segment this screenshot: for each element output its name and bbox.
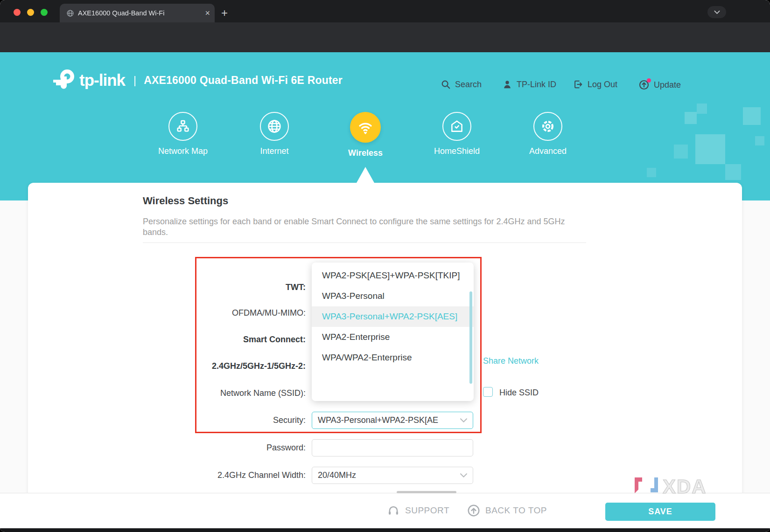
chevron-down-icon	[460, 473, 467, 477]
nav-internet-label: Internet	[239, 146, 309, 156]
nav-network-map[interactable]: Network Map	[148, 112, 218, 156]
deco-square	[674, 145, 688, 159]
label-security: Security:	[273, 415, 306, 425]
browser-tab[interactable]: AXE16000 Quad-Band Wi-Fi ×	[60, 4, 215, 22]
back-to-top-label: BACK TO TOP	[485, 505, 547, 516]
dropdown-option[interactable]: WPA3-Personal	[312, 286, 474, 306]
xda-logo-brackets-icon	[633, 476, 660, 496]
dropdown-option[interactable]: WPA2-Enterprise	[312, 327, 474, 347]
header-logout[interactable]: Log Out	[573, 79, 617, 90]
gear-icon	[540, 118, 556, 134]
page-title: Wireless Settings	[143, 195, 228, 207]
tab-search-button[interactable]	[707, 6, 726, 18]
chevron-down-icon	[714, 10, 720, 14]
label-twt: TWT:	[286, 283, 306, 292]
section-divider	[143, 242, 586, 243]
channel-width-select[interactable]: 20/40MHz	[312, 467, 473, 484]
back-to-top-icon	[467, 504, 481, 518]
label-ofdma: OFDMA/MU-MIMO:	[232, 308, 306, 318]
deco-square	[725, 164, 741, 180]
header-tplink-id[interactable]: TP-Link ID	[502, 79, 556, 90]
share-network-link[interactable]: Share Network	[483, 356, 539, 366]
deco-square	[695, 134, 725, 164]
tab-strip: AXE16000 Quad-Band Wi-Fi × +	[0, 0, 770, 22]
maximize-window-button[interactable]	[41, 9, 48, 16]
horizontal-scrollbar-thumb[interactable]	[397, 491, 456, 493]
nav-advanced-label: Advanced	[513, 146, 583, 156]
deco-square	[647, 168, 656, 177]
header-search-label: Search	[455, 80, 482, 90]
header-logout-label: Log Out	[588, 80, 617, 90]
header-tplink-id-label: TP-Link ID	[517, 80, 556, 90]
router-header: tp-link | AXE16000 Quad-Band Wi-Fi 6E Ro…	[0, 52, 770, 200]
brand-wordmark: tp-link	[79, 71, 125, 90]
dropdown-option[interactable]: WPA/WPA2-Enterprise	[312, 347, 474, 368]
xda-watermark: XDA	[633, 476, 707, 496]
page-description: Personalize settings for each band or en…	[143, 216, 584, 238]
browser-window: AXE16000 Quad-Band Wi-Fi × + Not Secure	[0, 0, 770, 532]
password-input[interactable]	[312, 439, 473, 456]
update-badge	[647, 78, 651, 83]
channel-width-value: 20/40MHz	[318, 470, 460, 480]
minimize-window-button[interactable]	[27, 9, 34, 16]
chevron-down-icon	[460, 418, 467, 422]
back-to-top-button[interactable]: BACK TO TOP	[467, 502, 547, 519]
xda-watermark-text: XDA	[663, 477, 707, 496]
header-update-label: Update	[654, 80, 681, 90]
headset-icon	[386, 504, 400, 518]
wifi-icon	[357, 118, 374, 136]
nav-wireless-label: Wireless	[330, 148, 400, 158]
new-tab-button[interactable]: +	[221, 7, 228, 20]
deco-square	[755, 136, 764, 145]
dropdown-scrollbar[interactable]	[469, 291, 472, 384]
footer-bar: SUPPORT BACK TO TOP SAVE	[0, 493, 770, 528]
update-icon	[638, 79, 650, 90]
nav-homeshield-label: HomeShield	[422, 146, 492, 156]
hide-ssid-label: Hide SSID	[499, 388, 539, 398]
router-model-title: AXE16000 Quad-Band Wi-Fi 6E Router	[144, 74, 343, 87]
dropdown-option[interactable]: WPA2-PSK[AES]+WPA-PSK[TKIP]	[312, 265, 474, 286]
logout-icon	[573, 79, 583, 90]
security-select-value: WPA3-Personal+WPA2-PSK[AE	[318, 415, 460, 425]
deco-square	[743, 107, 761, 125]
deco-square	[697, 104, 707, 114]
search-icon	[441, 79, 451, 90]
wireless-active-circle	[350, 112, 381, 143]
label-bands: 2.4GHz/5GHz-1/5GHz-2:	[212, 361, 306, 371]
label-ssid: Network Name (SSID):	[220, 388, 306, 398]
globe-favicon-icon	[66, 9, 74, 17]
card-pointer-arrow	[357, 167, 374, 183]
save-button[interactable]: SAVE	[605, 503, 715, 521]
header-search[interactable]: Search	[441, 79, 482, 90]
security-dropdown-list: WPA2-PSK[AES]+WPA-PSK[TKIP] WPA3-Persona…	[312, 263, 474, 401]
nav-advanced[interactable]: Advanced	[513, 112, 583, 156]
internet-globe-icon	[266, 118, 283, 135]
tab-title: AXE16000 Quad-Band Wi-Fi	[78, 9, 201, 17]
security-select[interactable]: WPA3-Personal+WPA2-PSK[AE	[312, 412, 473, 429]
hide-ssid-checkbox[interactable]	[483, 387, 493, 397]
network-map-icon	[175, 118, 191, 134]
label-password: Password:	[266, 443, 306, 453]
deco-square	[685, 112, 697, 124]
tab-close-icon[interactable]: ×	[205, 9, 210, 17]
window-bottom-edge	[0, 528, 770, 532]
support-label: SUPPORT	[405, 505, 449, 516]
tplink-logo-icon	[50, 67, 77, 93]
support-button[interactable]: SUPPORT	[386, 502, 449, 519]
nav-homeshield[interactable]: HomeShield	[422, 112, 492, 156]
nav-wireless[interactable]: Wireless	[330, 112, 400, 158]
header-update[interactable]: Update	[638, 79, 681, 90]
nav-network-map-label: Network Map	[148, 146, 218, 156]
label-channel-width: 2.4GHz Channel Width:	[217, 470, 306, 480]
nav-internet[interactable]: Internet	[239, 112, 309, 156]
homeshield-icon	[449, 118, 465, 134]
account-icon	[502, 79, 512, 90]
dropdown-option-selected[interactable]: WPA3-Personal+WPA2-PSK[AES]	[312, 306, 474, 327]
label-smart-connect: Smart Connect:	[243, 335, 306, 345]
browser-toolbar: Not Secure http://192.168.0.1/webpages/i…	[0, 22, 770, 52]
close-window-button[interactable]	[14, 9, 21, 16]
wireless-settings-card: Wireless Settings Personalize settings f…	[28, 183, 742, 526]
brand-row: tp-link | AXE16000 Quad-Band Wi-Fi 6E Ro…	[50, 67, 343, 93]
brand-separator: |	[133, 74, 136, 87]
